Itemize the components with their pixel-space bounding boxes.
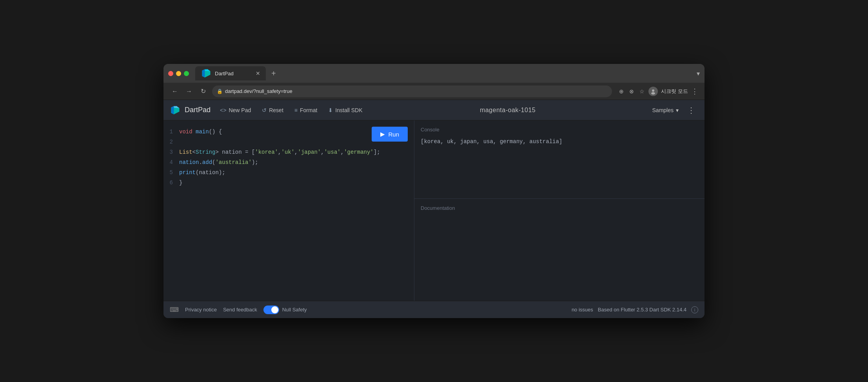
tab-title: DartPad (215, 71, 234, 76)
profile-area: 시크릿 모드 ⋮ (648, 87, 698, 96)
main-content: ▶ Run 1 void main() { 2 (163, 120, 705, 301)
incognito-icon[interactable]: ⊗ (629, 88, 634, 95)
samples-label: Samples (652, 107, 674, 113)
line-number-4: 4 (163, 157, 179, 167)
code-content-5: print(nation); (179, 167, 225, 178)
code-line-6: 6 } (163, 178, 414, 188)
code-content-6: } (179, 178, 182, 188)
tab-dropdown-button[interactable]: ▾ (697, 70, 700, 77)
right-panel: Console [korea, uk, japan, usa, germany,… (414, 120, 705, 301)
install-sdk-label: Install SDK (335, 107, 362, 113)
browser-window: DartPad ✕ + ▾ ← → ↻ 🔒 dartpad.dev/?null_… (163, 64, 705, 318)
code-content-4: nation.add('australia'); (179, 157, 258, 167)
dartpad-logo-icon (170, 105, 181, 116)
samples-dropdown-icon: ▾ (676, 107, 679, 113)
new-pad-icon: <> (220, 107, 226, 113)
privacy-notice-link[interactable]: Privacy notice (185, 307, 217, 313)
run-icon: ▶ (380, 131, 385, 138)
code-line-3: 3 List<String> nation = ['korea','uk','j… (163, 147, 414, 157)
dart-logo: DartPad (170, 105, 211, 116)
dartpad-logo-text: DartPad (185, 106, 211, 114)
format-button[interactable]: ≡ Format (290, 105, 322, 116)
title-bar: DartPad ✕ + ▾ (163, 64, 705, 83)
profile-label[interactable]: 시크릿 모드 (661, 88, 688, 95)
code-content-2 (179, 137, 182, 147)
install-sdk-icon: ⬇ (328, 107, 333, 113)
tab-bar: DartPad ✕ + ▾ (195, 66, 700, 80)
maximize-window-button[interactable] (184, 71, 189, 76)
reset-label: Reset (269, 107, 283, 113)
project-name: magenta-oak-1015 (369, 107, 647, 114)
url-display: dartpad.dev/?null_safety=true (225, 88, 292, 94)
code-content-3: List<String> nation = ['korea','uk','jap… (179, 147, 380, 157)
dartpad-app: DartPad <> New Pad ↺ Reset ≡ Format ⬇ In… (163, 100, 705, 318)
code-line-4: 4 nation.add('australia'); (163, 157, 414, 167)
address-bar: ← → ↻ 🔒 dartpad.dev/?null_safety=true ⊕ … (163, 83, 705, 100)
browser-tab[interactable]: DartPad ✕ (195, 66, 266, 80)
lock-icon: 🔒 (217, 89, 223, 94)
console-label: Console (421, 127, 698, 133)
code-editor[interactable]: ▶ Run 1 void main() { 2 (163, 120, 414, 301)
svg-marker-2 (202, 69, 205, 78)
address-input[interactable]: 🔒 dartpad.dev/?null_safety=true (212, 85, 612, 97)
bookmark-icon[interactable]: ☆ (639, 88, 645, 95)
null-safety-label: Null Safety (282, 307, 307, 313)
line-number-3: 3 (163, 147, 179, 157)
line-number-6: 6 (163, 178, 179, 188)
console-output: [korea, uk, japan, usa, germany, austral… (421, 137, 698, 146)
line-number-5: 5 (163, 167, 179, 178)
format-label: Format (300, 107, 317, 113)
tab-close-button[interactable]: ✕ (256, 70, 260, 76)
new-tab-button[interactable]: + (268, 69, 279, 78)
run-button[interactable]: ▶ Run (372, 127, 408, 142)
reset-icon: ↺ (262, 107, 267, 113)
toggle-knob (271, 306, 278, 313)
app-toolbar: DartPad <> New Pad ↺ Reset ≡ Format ⬇ In… (163, 100, 705, 120)
browser-more-button[interactable]: ⋮ (691, 87, 698, 96)
code-line-5: 5 print(nation); (163, 167, 414, 178)
status-right: no issues Based on Flutter 2.5.3 Dart SD… (572, 306, 698, 313)
translate-icon[interactable]: ⊕ (619, 88, 624, 95)
minimize-window-button[interactable] (176, 71, 181, 76)
samples-button[interactable]: Samples ▾ (648, 105, 683, 116)
install-sdk-button[interactable]: ⬇ Install SDK (323, 105, 367, 116)
status-bar: ⌨ Privacy notice Send feedback Null Safe… (163, 301, 705, 318)
svg-marker-7 (171, 106, 174, 114)
profile-icon (648, 87, 658, 96)
line-number-1: 1 (163, 127, 179, 137)
reset-button[interactable]: ↺ Reset (257, 105, 288, 116)
console-panel: Console [korea, uk, japan, usa, germany,… (414, 120, 705, 199)
close-window-button[interactable] (168, 71, 173, 76)
null-safety-toggle-wrap: Null Safety (263, 306, 307, 314)
traffic-lights (168, 71, 189, 76)
info-icon-button[interactable]: i (691, 306, 698, 313)
documentation-panel: Documentation (414, 199, 705, 301)
forward-button[interactable]: → (184, 88, 194, 95)
svg-point-4 (651, 92, 655, 95)
address-icons: ⊕ ⊗ ☆ (619, 88, 645, 95)
format-icon: ≡ (294, 107, 298, 113)
new-pad-button[interactable]: <> New Pad (215, 105, 256, 116)
app-more-button[interactable]: ⋮ (684, 104, 698, 116)
null-safety-toggle[interactable] (263, 306, 279, 314)
new-pad-label: New Pad (229, 107, 251, 113)
refresh-button[interactable]: ↻ (198, 87, 208, 95)
no-issues-badge: no issues (572, 307, 593, 313)
dart-favicon (201, 68, 212, 79)
back-button[interactable]: ← (170, 88, 180, 95)
run-label: Run (388, 131, 399, 138)
sdk-info-text: Based on Flutter 2.5.3 Dart SDK 2.14.4 (598, 307, 686, 313)
send-feedback-link[interactable]: Send feedback (223, 307, 257, 313)
code-content-1: void main() { (179, 127, 222, 137)
svg-point-3 (652, 89, 654, 92)
keyboard-icon: ⌨ (170, 306, 179, 313)
documentation-label: Documentation (421, 205, 698, 211)
line-number-2: 2 (163, 137, 179, 147)
